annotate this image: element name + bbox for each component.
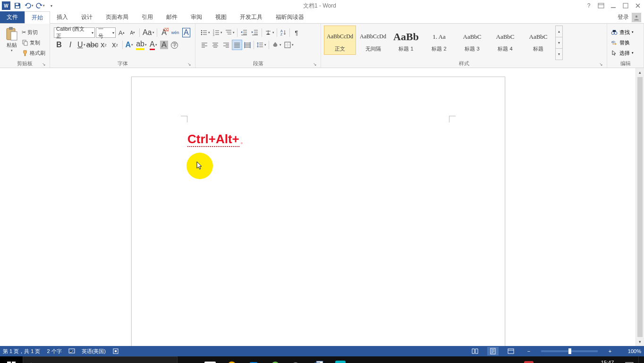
bullets-button[interactable]: ▾ [199, 27, 211, 38]
ime-icon[interactable] [524, 361, 534, 363]
tab-foxit[interactable]: 福昕阅读器 [269, 11, 311, 23]
macro-record-icon[interactable] [112, 348, 119, 354]
spellcheck-icon[interactable] [68, 348, 75, 354]
italic-button[interactable]: I [65, 40, 76, 50]
style-tile-4[interactable]: AaBbC标题 3 [456, 26, 488, 55]
font-name-combo[interactable]: Calibri (西文正▾ [54, 27, 95, 38]
decrease-indent-button[interactable] [239, 27, 249, 38]
zoom-in-button[interactable]: + [604, 347, 616, 355]
style-tile-6[interactable]: AaBbC标题 [522, 26, 554, 55]
line-spacing-button[interactable]: ▾ [255, 40, 267, 50]
styles-scroll[interactable]: ▴▾▾ [555, 26, 563, 60]
cut-button[interactable]: ✂剪切 [22, 27, 45, 37]
tab-home[interactable]: 开始 [25, 11, 50, 24]
maximize-icon[interactable] [619, 0, 632, 11]
taskbar-search[interactable]: 在这里输入你要搜索的内容 [23, 356, 178, 363]
word-count[interactable]: 2 个字 [47, 348, 61, 355]
help-icon[interactable]: ? [583, 0, 595, 11]
justify-button[interactable] [232, 40, 242, 50]
tab-insert[interactable]: 插入 [50, 11, 75, 23]
select-button[interactable]: 选择▾ [611, 48, 634, 58]
ribbon-display-options-icon[interactable] [595, 0, 607, 11]
tab-review[interactable]: 审阅 [184, 11, 209, 23]
show-desktop-button[interactable] [638, 356, 641, 363]
store-icon[interactable] [178, 356, 199, 363]
redo-icon[interactable]: ▾ [35, 0, 45, 11]
shrink-font-button[interactable]: A▾ [127, 27, 137, 38]
zoom-slider[interactable] [541, 350, 598, 352]
minimize-icon[interactable] [607, 0, 619, 11]
zoom-out-button[interactable]: − [523, 347, 534, 355]
multilevel-list-button[interactable]: ▾ [224, 27, 236, 38]
word-taskbar-icon[interactable]: W [308, 356, 330, 363]
distributed-button[interactable] [243, 40, 252, 50]
superscript-button[interactable]: x2 [110, 40, 120, 50]
vertical-scrollbar[interactable]: ▴ ▾ [636, 68, 644, 346]
tab-references[interactable]: 引用 [135, 11, 160, 23]
zoom-thumb[interactable] [568, 348, 571, 354]
style-tile-3[interactable]: 1. Aa标题 2 [423, 26, 455, 55]
numbering-button[interactable]: 123▾ [212, 27, 223, 38]
document-area[interactable]: Ctrl+Alt+。 ▴ ▾ [0, 68, 644, 346]
styles-scroll-down-icon[interactable]: ▾ [556, 37, 562, 49]
subscript-button[interactable]: x2 [99, 40, 109, 50]
tab-file[interactable]: 文件 [0, 11, 25, 23]
align-right-button[interactable] [221, 40, 231, 50]
settings-icon[interactable] [243, 356, 264, 363]
paste-button[interactable]: 粘贴 ▾ [2, 25, 22, 60]
increase-indent-button[interactable] [250, 27, 260, 38]
grow-font-button[interactable]: A▴ [117, 27, 127, 38]
qat-customize-icon[interactable]: ▾ [46, 0, 57, 11]
highlight-button[interactable]: ab▾ [135, 40, 148, 50]
tab-page-layout[interactable]: 页面布局 [99, 11, 135, 23]
browser-icon[interactable] [221, 356, 243, 363]
read-mode-button[interactable] [469, 347, 481, 355]
font-launcher-icon[interactable]: ↘ [186, 61, 192, 67]
document-text[interactable]: Ctrl+Alt+。 [187, 132, 247, 147]
print-layout-button[interactable] [487, 347, 499, 355]
show-marks-button[interactable]: ¶ [291, 27, 302, 38]
font-color-button[interactable]: A▾ [149, 40, 158, 50]
align-left-button[interactable] [199, 40, 210, 50]
paragraph-launcher-icon[interactable]: ↘ [312, 61, 318, 67]
file-explorer-icon[interactable] [351, 356, 373, 363]
clear-formatting-button[interactable]: A⌫ [159, 27, 169, 38]
style-tile-2[interactable]: AaBb标题 1 [390, 26, 422, 55]
align-center-button[interactable] [210, 40, 220, 50]
page[interactable]: Ctrl+Alt+。 [131, 77, 505, 346]
undo-icon[interactable]: ▾ [24, 0, 34, 11]
tab-view[interactable]: 视图 [209, 11, 233, 23]
tab-developer[interactable]: 开发工具 [233, 11, 269, 23]
style-tile-5[interactable]: AaBbC标题 4 [489, 26, 521, 55]
web-layout-button[interactable] [505, 347, 517, 355]
page-indicator[interactable]: 第 1 页，共 1 页 [3, 348, 40, 355]
bold-button[interactable]: B [54, 40, 64, 50]
char-shading-button[interactable]: A [159, 40, 169, 50]
styles-more-icon[interactable]: ▾ [556, 49, 562, 60]
style-tile-1[interactable]: AaBbCcDd无间隔 [357, 26, 389, 55]
format-painter-button[interactable]: 格式刷 [22, 48, 45, 58]
styles-scroll-up-icon[interactable]: ▴ [556, 26, 562, 37]
find-button[interactable]: 查找▾ [611, 27, 634, 37]
gif-icon[interactable]: gif [330, 356, 351, 363]
enclose-char-button[interactable]: 字 [170, 40, 179, 50]
mail-icon[interactable] [199, 356, 221, 363]
close-icon[interactable] [632, 0, 644, 11]
tab-design[interactable]: 设计 [75, 11, 99, 23]
user-avatar-icon[interactable] [632, 13, 641, 22]
style-tile-0[interactable]: AaBbCcDd正文 [324, 26, 356, 55]
phonetic-guide-button[interactable]: wén [170, 27, 180, 38]
tab-mailings[interactable]: 邮件 [160, 11, 184, 23]
start-button[interactable] [0, 356, 23, 363]
text-effects-button[interactable]: A▾ [125, 40, 135, 50]
asian-layout-button[interactable]: ▾ [263, 27, 275, 38]
spotify-icon[interactable] [264, 356, 286, 363]
zoom-level[interactable]: 100% [622, 348, 641, 354]
save-icon[interactable] [12, 0, 23, 11]
replace-button[interactable]: ab替换 [611, 38, 634, 47]
character-border-button[interactable]: A [181, 27, 191, 38]
sort-button[interactable]: AZ [279, 27, 288, 38]
borders-button[interactable]: ▾ [283, 40, 295, 50]
clipboard-launcher-icon[interactable]: ↘ [41, 61, 47, 67]
shading-button[interactable]: ▾ [271, 40, 282, 50]
